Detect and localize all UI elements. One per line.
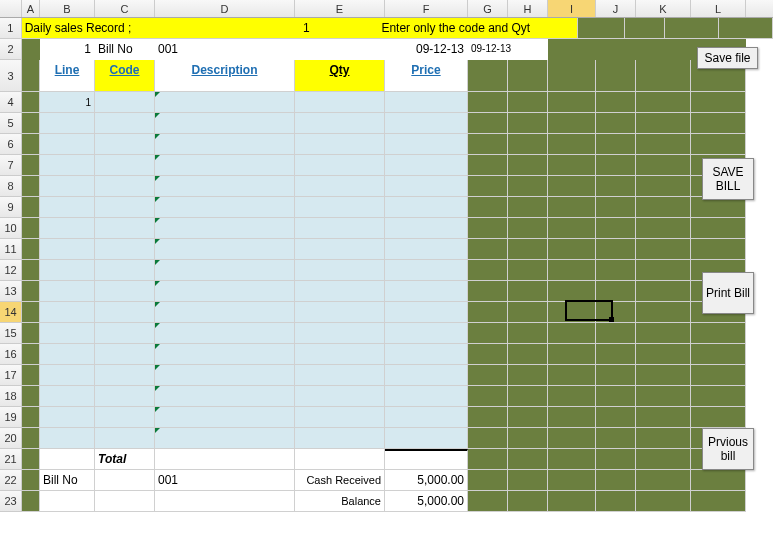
- cell[interactable]: [468, 155, 508, 176]
- cell[interactable]: [548, 407, 596, 428]
- qty-cell[interactable]: [295, 260, 385, 281]
- cell[interactable]: [508, 113, 548, 134]
- line-cell[interactable]: [40, 218, 95, 239]
- cell[interactable]: [22, 197, 40, 218]
- row-header-1[interactable]: 1: [0, 18, 22, 39]
- row-header-17[interactable]: 17: [0, 365, 22, 386]
- row-header-16[interactable]: 16: [0, 344, 22, 365]
- desc-cell[interactable]: [155, 344, 295, 365]
- billno2-value[interactable]: 001: [155, 470, 295, 491]
- cell[interactable]: [22, 491, 40, 512]
- code-cell[interactable]: [95, 344, 155, 365]
- price-cell[interactable]: [385, 365, 468, 386]
- qty-cell[interactable]: [295, 197, 385, 218]
- cell[interactable]: [155, 449, 295, 470]
- cell[interactable]: [578, 18, 625, 39]
- cell[interactable]: [596, 428, 636, 449]
- cash-value[interactable]: 5,000.00: [385, 470, 468, 491]
- code-cell[interactable]: [95, 386, 155, 407]
- price-cell[interactable]: [385, 428, 468, 449]
- price-cell[interactable]: [385, 134, 468, 155]
- cell[interactable]: [691, 344, 746, 365]
- row-header-23[interactable]: 23: [0, 491, 22, 512]
- save-file-button[interactable]: Save file: [697, 47, 758, 69]
- cell[interactable]: [548, 365, 596, 386]
- cell[interactable]: [548, 92, 596, 113]
- cell[interactable]: [548, 386, 596, 407]
- cell[interactable]: [636, 386, 691, 407]
- cell[interactable]: [468, 491, 508, 512]
- price-cell[interactable]: [385, 344, 468, 365]
- cell[interactable]: [636, 281, 691, 302]
- cell[interactable]: [508, 407, 548, 428]
- cell[interactable]: [468, 365, 508, 386]
- cell[interactable]: [596, 281, 636, 302]
- cell[interactable]: [508, 302, 548, 323]
- cell[interactable]: [22, 323, 40, 344]
- cell[interactable]: [22, 407, 40, 428]
- cell[interactable]: [691, 470, 746, 491]
- cell[interactable]: [636, 449, 691, 470]
- code-cell[interactable]: [95, 302, 155, 323]
- cell[interactable]: [719, 18, 773, 39]
- cell[interactable]: [596, 323, 636, 344]
- qty-cell[interactable]: [295, 176, 385, 197]
- cell[interactable]: [691, 365, 746, 386]
- cell[interactable]: [468, 470, 508, 491]
- col-header-a[interactable]: A: [22, 0, 40, 17]
- row-header-10[interactable]: 10: [0, 218, 22, 239]
- col-header-d[interactable]: D: [155, 0, 295, 17]
- cell[interactable]: [636, 407, 691, 428]
- cell[interactable]: [508, 386, 548, 407]
- row-header-18[interactable]: 18: [0, 386, 22, 407]
- col-header-j[interactable]: J: [596, 0, 636, 17]
- cell[interactable]: [508, 428, 548, 449]
- row-header-15[interactable]: 15: [0, 323, 22, 344]
- cell[interactable]: [508, 491, 548, 512]
- row-header-2[interactable]: 2: [0, 39, 22, 60]
- cell[interactable]: [596, 197, 636, 218]
- code-cell[interactable]: [95, 92, 155, 113]
- qty-cell[interactable]: [295, 323, 385, 344]
- cell[interactable]: [636, 365, 691, 386]
- cell[interactable]: [548, 323, 596, 344]
- cell[interactable]: [508, 365, 548, 386]
- cell[interactable]: [636, 113, 691, 134]
- cell[interactable]: [625, 18, 664, 39]
- cell[interactable]: [40, 449, 95, 470]
- cell[interactable]: [22, 260, 40, 281]
- desc-cell[interactable]: [155, 281, 295, 302]
- cell[interactable]: [636, 176, 691, 197]
- cell[interactable]: [636, 491, 691, 512]
- price-cell[interactable]: [385, 113, 468, 134]
- qty-cell[interactable]: [295, 302, 385, 323]
- cell[interactable]: [468, 449, 508, 470]
- cell[interactable]: [508, 60, 548, 92]
- previous-bill-button[interactable]: Prvious bill: [702, 428, 754, 470]
- line-cell[interactable]: [40, 365, 95, 386]
- line-cell[interactable]: [40, 323, 95, 344]
- cell[interactable]: [548, 491, 596, 512]
- row-header-8[interactable]: 8: [0, 176, 22, 197]
- line-cell[interactable]: [40, 260, 95, 281]
- cell[interactable]: [596, 407, 636, 428]
- cell[interactable]: [596, 365, 636, 386]
- cell[interactable]: [295, 39, 385, 60]
- cell[interactable]: [508, 344, 548, 365]
- cell[interactable]: [468, 197, 508, 218]
- code-cell[interactable]: [95, 365, 155, 386]
- line-cell[interactable]: [40, 239, 95, 260]
- cell[interactable]: [22, 176, 40, 197]
- cell[interactable]: [22, 281, 40, 302]
- price-cell[interactable]: [385, 260, 468, 281]
- cell[interactable]: [548, 197, 596, 218]
- cell[interactable]: [22, 344, 40, 365]
- cell[interactable]: [468, 176, 508, 197]
- balance-value[interactable]: 5,000.00: [385, 491, 468, 512]
- cell[interactable]: [22, 239, 40, 260]
- desc-cell[interactable]: [155, 407, 295, 428]
- line-cell[interactable]: 1: [40, 92, 95, 113]
- cell[interactable]: [508, 218, 548, 239]
- row-header-7[interactable]: 7: [0, 155, 22, 176]
- cell[interactable]: [22, 449, 40, 470]
